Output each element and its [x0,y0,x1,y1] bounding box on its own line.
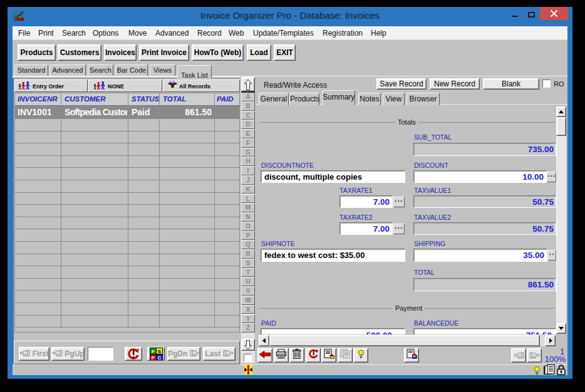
svg-text:S: S [157,349,161,354]
svg-text:C: C [157,355,161,361]
svg-text:P: P [151,355,155,361]
svg-text:F: F [152,349,155,354]
